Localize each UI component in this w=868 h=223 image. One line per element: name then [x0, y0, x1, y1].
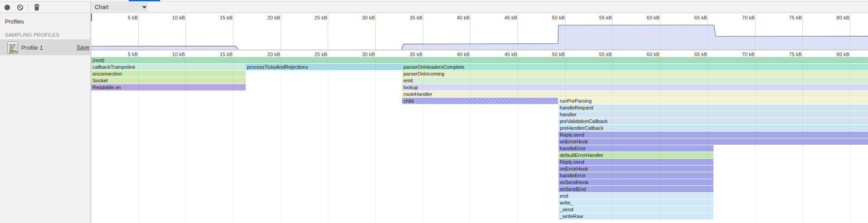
svg-text:%: % [14, 49, 18, 54]
